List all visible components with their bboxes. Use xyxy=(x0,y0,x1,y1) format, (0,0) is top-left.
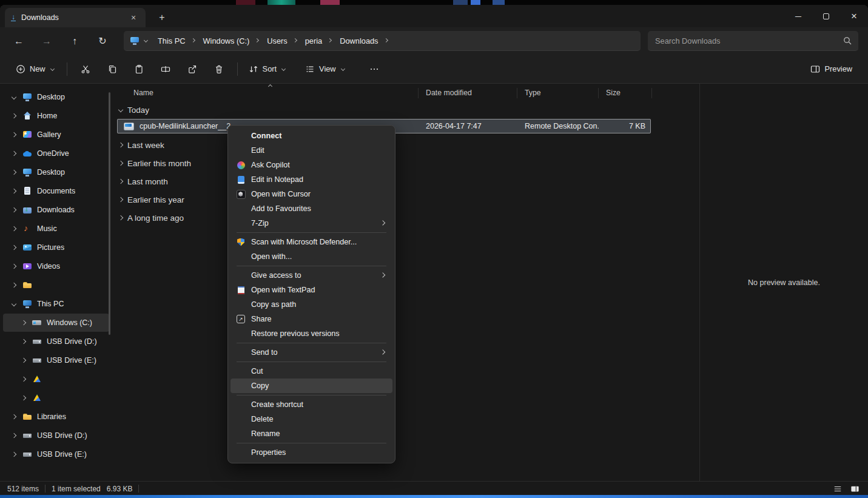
group-header[interactable]: Earlier this year xyxy=(112,190,699,209)
sidebar-item[interactable]: Music xyxy=(3,220,109,238)
refresh-button[interactable]: ↻ xyxy=(92,31,113,52)
context-menu-item[interactable]: Scan with Microsoft Defender... xyxy=(230,235,392,249)
sidebar-item[interactable]: Videos xyxy=(3,257,109,275)
forward-button[interactable]: → xyxy=(36,31,57,52)
group-header[interactable]: Last week xyxy=(112,136,699,154)
search-input[interactable] xyxy=(655,36,843,45)
context-menu-item[interactable]: Properties xyxy=(230,445,392,460)
sidebar-item[interactable]: Pictures xyxy=(3,238,109,257)
sidebar-item[interactable]: USB Drive (E:) xyxy=(3,445,109,463)
tree-expand-chevron-icon[interactable] xyxy=(10,206,18,214)
group-expand-chevron-icon[interactable] xyxy=(117,160,124,167)
details-view-button[interactable] xyxy=(832,483,844,494)
copy-button[interactable] xyxy=(99,59,126,79)
context-menu-item[interactable] xyxy=(237,266,386,266)
context-menu-item[interactable]: Create shortcut xyxy=(230,397,392,412)
preview-toggle-button[interactable]: Preview xyxy=(804,59,858,79)
group-expand-chevron-icon[interactable] xyxy=(117,141,124,149)
context-menu-item[interactable]: Copy as path xyxy=(230,297,392,312)
address-dropdown-chevron-icon[interactable] xyxy=(143,38,149,44)
sidebar-item[interactable] xyxy=(3,276,109,294)
sidebar-item[interactable]: USB Drive (D:) xyxy=(3,332,109,351)
explorer-tab-downloads[interactable]: ↓ Downloads × xyxy=(5,8,146,27)
address-bar[interactable]: This PC Windows (C:) Users peria xyxy=(124,31,641,51)
group-expand-chevron-icon[interactable] xyxy=(117,196,124,203)
column-header-type[interactable]: Type xyxy=(517,88,599,98)
context-menu-item[interactable]: 7-Zip xyxy=(230,216,392,230)
tree-expand-chevron-icon[interactable] xyxy=(10,93,18,101)
context-menu-item[interactable]: Add to Favourites xyxy=(230,201,392,216)
sidebar-item[interactable]: Libraries xyxy=(3,408,109,426)
sidebar-item[interactable]: USB Drive (D:) xyxy=(3,426,109,445)
context-menu-item[interactable]: Send to xyxy=(230,345,392,360)
new-tab-button[interactable]: + xyxy=(154,10,170,25)
context-menu-item[interactable]: Edit xyxy=(230,143,392,158)
tree-expand-chevron-icon[interactable] xyxy=(10,300,18,308)
back-button[interactable]: ← xyxy=(8,31,29,52)
sidebar-item[interactable]: Desktop xyxy=(3,88,109,106)
tree-expand-chevron-icon[interactable] xyxy=(20,319,27,326)
search-icon[interactable] xyxy=(843,36,852,45)
close-button[interactable]: × xyxy=(840,5,868,27)
tree-expand-chevron-icon[interactable] xyxy=(10,225,18,232)
sidebar-item[interactable]: Windows (C:) xyxy=(3,314,109,332)
context-menu-item[interactable]: Cut xyxy=(230,364,392,379)
tree-expand-chevron-icon[interactable] xyxy=(20,394,27,402)
context-menu-item[interactable]: Ask Copilot xyxy=(230,158,392,172)
sort-button[interactable]: Sort xyxy=(243,59,293,79)
context-menu-item[interactable]: Restore previous versions xyxy=(230,326,392,341)
group-header[interactable]: Earlier this month xyxy=(112,154,699,172)
tree-expand-chevron-icon[interactable] xyxy=(10,244,18,251)
group-expand-chevron-icon[interactable] xyxy=(117,178,124,185)
context-menu-item[interactable] xyxy=(237,343,386,343)
breadcrumb-chevron-icon[interactable] xyxy=(254,38,260,44)
paste-button[interactable] xyxy=(126,59,152,79)
column-header-name[interactable]: Name xyxy=(112,88,419,98)
breadcrumb-chevron-icon[interactable] xyxy=(190,38,197,44)
rename-button[interactable] xyxy=(152,59,179,79)
sidebar-item[interactable]: Gallery xyxy=(3,126,109,144)
context-menu-item[interactable]: Edit in Notepad xyxy=(230,172,392,187)
sidebar-item[interactable]: Documents xyxy=(3,182,109,200)
maximize-button[interactable] xyxy=(812,5,840,27)
breadcrumb-segment[interactable]: peria xyxy=(300,34,327,48)
context-menu-item[interactable]: Give access to xyxy=(230,268,392,283)
context-menu-item[interactable]: Delete xyxy=(230,412,392,426)
sidebar-item[interactable] xyxy=(3,389,109,407)
sidebar-item[interactable]: Home xyxy=(3,107,109,125)
breadcrumb-segment[interactable]: This PC xyxy=(153,34,190,48)
tree-expand-chevron-icon[interactable] xyxy=(10,413,18,420)
more-options-button[interactable] xyxy=(361,59,388,79)
sidebar-item[interactable]: Downloads xyxy=(3,201,109,219)
context-menu-item[interactable]: Open with Cursor xyxy=(230,187,392,201)
share-button[interactable] xyxy=(179,59,206,79)
group-header-today[interactable]: Today xyxy=(112,101,699,119)
sidebar-scrollbar[interactable] xyxy=(109,92,110,335)
breadcrumb-chevron-icon[interactable] xyxy=(383,38,389,44)
tree-expand-chevron-icon[interactable] xyxy=(10,187,18,195)
view-button[interactable]: View xyxy=(299,59,352,79)
tree-expand-chevron-icon[interactable] xyxy=(20,357,27,364)
breadcrumb-chevron-icon[interactable] xyxy=(327,38,333,44)
search-box[interactable] xyxy=(648,31,858,51)
context-menu-item[interactable] xyxy=(237,232,386,233)
tree-expand-chevron-icon[interactable] xyxy=(10,263,18,270)
sidebar-item[interactable]: USB Drive (E:) xyxy=(3,351,109,369)
delete-button[interactable] xyxy=(206,59,232,79)
breadcrumb-segment[interactable]: Users xyxy=(262,34,292,48)
sidebar-item[interactable]: Desktop xyxy=(3,163,109,181)
group-header[interactable]: Last month xyxy=(112,172,699,190)
breadcrumb-segment[interactable]: Downloads xyxy=(335,34,383,48)
context-menu-item[interactable] xyxy=(237,362,386,362)
tree-expand-chevron-icon[interactable] xyxy=(10,112,18,119)
group-header[interactable]: A long time ago xyxy=(112,209,699,227)
context-menu-item[interactable]: Connect xyxy=(230,129,392,143)
group-collapse-chevron-icon[interactable] xyxy=(117,106,124,113)
context-menu-item[interactable]: Open with TextPad xyxy=(230,283,392,297)
sidebar-item[interactable]: OneDrive xyxy=(3,144,109,163)
context-menu-item[interactable]: Rename xyxy=(230,426,392,441)
tree-expand-chevron-icon[interactable] xyxy=(20,375,27,383)
breadcrumb-segment[interactable]: Windows (C:) xyxy=(198,34,255,48)
up-button[interactable]: ↑ xyxy=(64,31,85,52)
context-menu-item[interactable]: Copy xyxy=(230,379,392,393)
